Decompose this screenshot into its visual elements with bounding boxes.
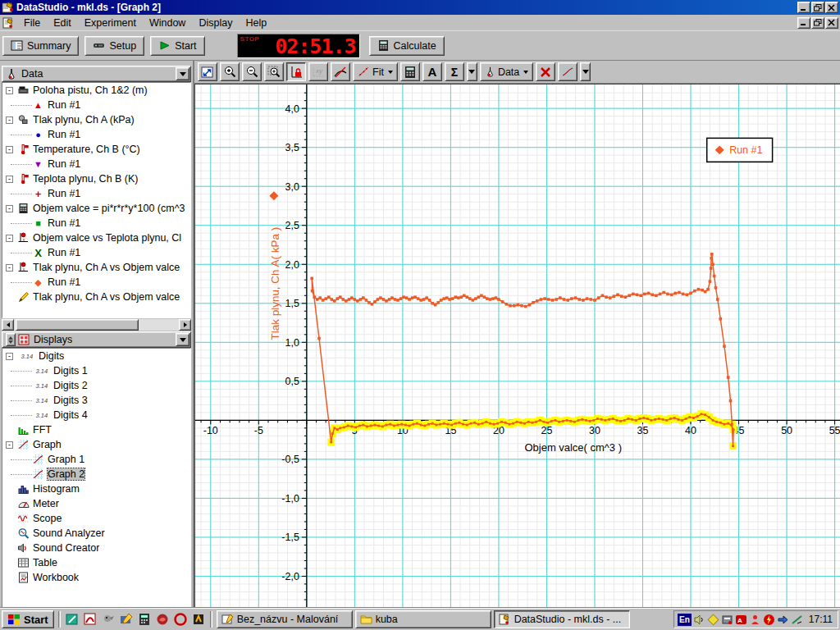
scroll-left-button[interactable] xyxy=(2,319,14,331)
data-tree-item[interactable]: -xObjem valce vs Teplota plynu, Cl xyxy=(2,231,190,245)
menu-help[interactable]: Help xyxy=(239,16,273,30)
graphics-tool-icon[interactable] xyxy=(791,614,803,626)
scroll-right-button[interactable] xyxy=(179,319,191,331)
expand-toggle[interactable]: - xyxy=(6,441,13,449)
expand-toggle[interactable]: - xyxy=(6,116,13,124)
display-tree-item[interactable]: Sound Analyzer xyxy=(2,526,190,541)
display-tree-item[interactable]: Sound Creator xyxy=(2,541,190,555)
menu-experiment[interactable]: Experiment xyxy=(78,16,143,30)
display-tree-item[interactable]: Workbook xyxy=(2,570,190,585)
child-close-button[interactable] xyxy=(825,17,838,29)
scrollbar-thumb[interactable] xyxy=(16,319,139,331)
expand-toggle[interactable]: - xyxy=(6,264,13,272)
calculator-shortcut-icon[interactable] xyxy=(137,612,152,627)
expand-toggle[interactable]: - xyxy=(6,146,13,153)
run-item[interactable]: ▼Run #1 xyxy=(2,157,190,171)
expand-toggle[interactable]: - xyxy=(6,87,13,94)
display-tree-item[interactable]: Scope xyxy=(2,511,190,526)
zoom-select-button[interactable] xyxy=(264,62,284,81)
slope-tool-button[interactable] xyxy=(331,62,350,81)
summary-button[interactable]: Summary xyxy=(2,36,79,56)
run-item[interactable]: ◆Run #1 xyxy=(2,275,190,290)
expand-toggle[interactable]: - xyxy=(6,205,13,212)
close-button[interactable] xyxy=(825,2,838,13)
graph-settings-dropdown[interactable] xyxy=(580,62,591,81)
ati-settings-icon[interactable]: A xyxy=(735,614,747,626)
expand-toggle[interactable]: - xyxy=(6,353,13,360)
start-button[interactable]: Start xyxy=(150,36,204,56)
start-menu-button[interactable]: Start xyxy=(2,610,54,628)
fit-dropdown[interactable]: Fit xyxy=(353,62,398,81)
display-tree-item[interactable]: -3.14Digits xyxy=(2,349,190,363)
display-tree-item[interactable]: 3.14Digits 2 xyxy=(2,378,190,393)
display-tree-item[interactable]: FFT xyxy=(2,422,190,437)
volume-icon[interactable] xyxy=(693,614,705,626)
xy-tool-button[interactable]: xy xyxy=(308,62,328,81)
text-tool-button[interactable]: A xyxy=(422,62,442,81)
data-panel-header[interactable]: Data xyxy=(2,66,191,82)
run-item[interactable]: XRun #1 xyxy=(2,245,190,260)
run-item[interactable]: ▲Run #1 xyxy=(2,98,190,112)
data-tree-item[interactable]: Tlak plynu, Ch A vs Objem valce xyxy=(2,290,190,304)
update-icon[interactable] xyxy=(777,614,789,626)
displays-panel-header[interactable]: Displays xyxy=(2,331,191,348)
data-tree-item[interactable]: -Teplota plynu, Ch B (K) xyxy=(2,171,190,186)
notes-shortcut-icon[interactable] xyxy=(65,612,80,627)
task-button-datastudio[interactable]: DataStudio - mkl.ds - ... xyxy=(494,610,630,628)
data-tree-item[interactable]: -Temperature, Ch B (°C) xyxy=(2,142,190,157)
graph-plot[interactable]: -10-55101520253035404550554,03,53,02,52,… xyxy=(194,84,840,608)
expand-toggle[interactable]: - xyxy=(6,176,13,183)
expand-toggle[interactable]: - xyxy=(6,235,13,242)
agent-icon[interactable] xyxy=(749,614,761,626)
bird-shortcut-icon[interactable] xyxy=(101,612,116,627)
data-tree-item[interactable]: -xTlak plynu, Ch A vs Objem valce xyxy=(2,260,190,275)
display-tree-item[interactable]: Histogram xyxy=(2,482,190,496)
displays-panel-dropdown-button[interactable] xyxy=(176,333,189,346)
menu-display[interactable]: Display xyxy=(192,16,239,30)
run-item[interactable]: ●Run #1 xyxy=(2,127,190,142)
display-tree-item[interactable]: 3.14Digits 4 xyxy=(2,408,190,422)
scheduler-icon[interactable] xyxy=(707,614,719,626)
panel-splitter-handle[interactable] xyxy=(6,333,16,346)
disk-monitor-icon[interactable] xyxy=(721,614,733,626)
menu-window[interactable]: Window xyxy=(143,16,192,30)
scale-to-fit-button[interactable] xyxy=(198,62,217,81)
legend[interactable]: Run #1 xyxy=(707,138,773,162)
minimize-button[interactable] xyxy=(797,2,810,13)
display-tree-item[interactable]: Meter xyxy=(2,496,190,511)
data-tree-item[interactable]: -Poloha pistu, Ch 1&2 (m) xyxy=(2,83,190,98)
restore-button[interactable] xyxy=(811,2,824,13)
paint-shortcut-icon[interactable] xyxy=(119,612,134,627)
winamp-shortcut-icon[interactable] xyxy=(191,612,206,627)
display-tree-item[interactable]: 3.14Digits 3 xyxy=(2,393,190,408)
acrobat-shortcut-icon[interactable] xyxy=(83,612,98,627)
smart-tool-button[interactable] xyxy=(286,62,306,81)
statistics-button[interactable]: Σ xyxy=(445,62,464,81)
display-tree-item[interactable]: Graph 2 xyxy=(2,467,190,482)
display-tree-item[interactable]: 3.14Digits 1 xyxy=(2,363,190,378)
menu-edit[interactable]: Edit xyxy=(47,16,78,30)
run-item[interactable]: ■Run #1 xyxy=(2,216,190,231)
zoom-in-button[interactable] xyxy=(220,62,240,81)
dragon-shortcut-icon[interactable] xyxy=(155,612,170,627)
data-panel-dropdown-button[interactable] xyxy=(176,67,189,80)
display-tree-item[interactable]: Table xyxy=(2,555,190,570)
display-tree-item[interactable]: Graph 1 xyxy=(2,452,190,467)
data-tree-item[interactable]: -Objem valce = pi*r*r*y*100 (cm^3 xyxy=(2,201,190,216)
zoom-out-button[interactable] xyxy=(242,62,262,81)
data-tree-item[interactable]: -Tlak plynu, Ch A (kPa) xyxy=(2,112,190,127)
calculator-button[interactable] xyxy=(400,62,420,81)
child-minimize-button[interactable] xyxy=(797,17,810,29)
language-indicator[interactable]: En xyxy=(678,614,692,626)
data-tree-hscrollbar[interactable] xyxy=(2,319,191,331)
task-button-kuba[interactable]: kuba xyxy=(355,610,491,628)
opera-shortcut-icon[interactable] xyxy=(173,612,188,627)
menu-file[interactable]: File xyxy=(17,16,47,30)
remove-button[interactable] xyxy=(536,62,555,81)
setup-button[interactable]: Setup xyxy=(84,36,144,56)
display-tree-item[interactable]: -Graph xyxy=(2,437,190,452)
statistics-dropdown[interactable] xyxy=(467,62,477,81)
task-button-paint[interactable]: Bez_názvu - Malování xyxy=(217,610,353,628)
power-icon[interactable] xyxy=(763,614,775,626)
run-item[interactable]: +Run #1 xyxy=(2,186,190,201)
